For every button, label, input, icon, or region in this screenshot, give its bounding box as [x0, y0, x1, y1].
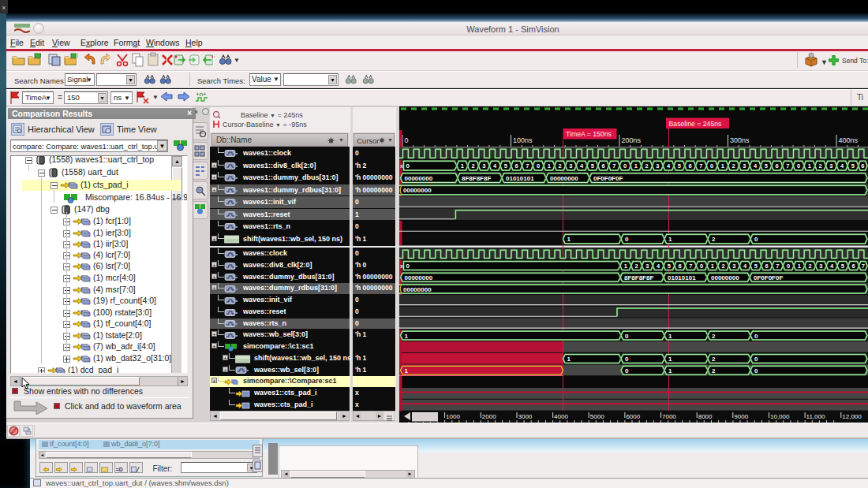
svg-text:1: 1 [668, 236, 672, 243]
svg-text:10,000: 10,000 [770, 413, 790, 420]
svg-text:6: 6 [861, 162, 864, 169]
svg-text:1: 1 [405, 367, 409, 374]
svg-text:5: 5 [668, 263, 671, 270]
svg-text:00000000: 00000000 [405, 175, 433, 182]
svg-text:7: 7 [526, 162, 529, 169]
svg-text:11,000: 11,000 [806, 413, 825, 420]
svg-text:0: 0 [625, 333, 629, 340]
svg-text:0: 0 [406, 162, 410, 169]
svg-text:6: 6 [765, 263, 769, 270]
svg-text:1: 1 [721, 162, 724, 169]
svg-text:1: 1 [461, 162, 464, 169]
svg-text:4000: 4000 [554, 413, 568, 420]
svg-text:5: 5 [765, 162, 768, 169]
svg-text:6: 6 [679, 263, 682, 270]
svg-text:6: 6 [776, 162, 779, 169]
svg-text:0: 0 [625, 236, 629, 243]
svg-text:2: 2 [712, 367, 716, 374]
svg-text:0: 0 [700, 263, 703, 270]
svg-text:2: 2 [732, 162, 735, 169]
svg-text:200ns: 200ns [622, 136, 642, 144]
svg-text:1000: 1000 [446, 413, 460, 420]
svg-text:0: 0 [754, 333, 758, 340]
svg-text:2: 2 [645, 162, 649, 169]
svg-text:2: 2 [559, 162, 562, 169]
svg-text:1: 1 [624, 263, 627, 270]
svg-text:3: 3 [732, 263, 735, 270]
svg-text:2: 2 [635, 263, 638, 270]
svg-text:3: 3 [569, 162, 572, 169]
svg-text:01010101: 01010101 [506, 175, 534, 182]
svg-text:8000: 8000 [698, 413, 713, 420]
svg-text:6: 6 [515, 162, 518, 169]
svg-text:1: 1 [808, 162, 811, 169]
svg-text:2: 2 [819, 162, 822, 169]
svg-text:1: 1 [668, 356, 672, 363]
svg-text:0F0F0F0F: 0F0F0F0F [593, 175, 623, 182]
svg-text:12,000: 12,000 [842, 413, 862, 420]
svg-text:5: 5 [591, 162, 594, 169]
svg-text:1: 1 [798, 263, 801, 270]
svg-text:0: 0 [754, 236, 758, 243]
svg-text:8F8F8F8F: 8F8F8F8F [462, 175, 491, 182]
svg-text:+n+: +n+ [196, 91, 207, 98]
svg-text:3: 3 [819, 263, 822, 270]
svg-text:1: 1 [548, 162, 551, 169]
svg-text:7: 7 [689, 263, 692, 270]
svg-text:9000: 9000 [734, 413, 748, 420]
svg-text:00000000: 00000000 [711, 274, 739, 281]
svg-text:3: 3 [829, 162, 832, 169]
svg-text:6: 6 [852, 263, 855, 270]
svg-text:00000000: 00000000 [550, 175, 578, 182]
svg-text:6: 6 [602, 162, 605, 169]
svg-text:0: 0 [625, 367, 629, 374]
svg-text:7: 7 [612, 162, 615, 169]
svg-text:0: 0 [710, 162, 713, 169]
svg-text:1: 1 [711, 263, 714, 270]
svg-text:0: 0 [406, 263, 410, 270]
svg-text:3000: 3000 [518, 413, 533, 420]
svg-text:7: 7 [862, 263, 865, 270]
svg-text:5: 5 [841, 263, 844, 270]
svg-text:6: 6 [689, 162, 692, 169]
svg-text:2000: 2000 [482, 413, 496, 420]
svg-text:5000: 5000 [590, 413, 604, 420]
svg-text:2: 2 [809, 263, 812, 270]
svg-text:0: 0 [754, 367, 758, 374]
svg-text:1: 1 [405, 333, 409, 340]
svg-text:2: 2 [712, 333, 716, 340]
svg-text:7: 7 [776, 263, 779, 270]
svg-text:0: 0 [787, 263, 790, 270]
svg-text:2: 2 [712, 356, 716, 363]
svg-text:1: 1 [634, 162, 638, 169]
svg-text:0: 0 [625, 356, 629, 363]
svg-text:00000000: 00000000 [403, 187, 432, 194]
svg-text:0: 0 [623, 162, 627, 169]
svg-text:1: 1 [567, 356, 571, 363]
svg-text:1: 1 [567, 236, 571, 243]
svg-text:TimeA = 150ns: TimeA = 150ns [566, 130, 612, 138]
svg-text:2: 2 [722, 263, 725, 270]
svg-text:1: 1 [668, 333, 672, 340]
svg-text:3: 3 [656, 162, 659, 169]
svg-text:300ns: 300ns [730, 136, 750, 144]
svg-text:5: 5 [678, 162, 681, 169]
svg-text:0: 0 [405, 136, 409, 144]
svg-text:8F8F8F8F: 8F8F8F8F [624, 274, 653, 281]
svg-text:0: 0 [754, 356, 758, 363]
svg-text:7: 7 [699, 162, 702, 169]
svg-text:=D: =D [116, 467, 123, 472]
svg-text:0: 0 [797, 162, 800, 169]
svg-text:6000: 6000 [626, 413, 640, 420]
svg-text:2: 2 [712, 236, 716, 243]
svg-text:7000: 7000 [662, 413, 676, 420]
svg-text:400ns: 400ns [839, 136, 859, 144]
svg-text:5: 5 [754, 263, 758, 270]
svg-text:100ns: 100ns [513, 136, 533, 144]
svg-text:2: 2 [472, 162, 475, 169]
svg-text:01010101: 01010101 [668, 274, 696, 281]
svg-text:5: 5 [851, 162, 855, 169]
svg-text:0: 0 [537, 162, 540, 169]
svg-text:0F0F0F0F: 0F0F0F0F [754, 274, 783, 281]
svg-text:3: 3 [482, 162, 485, 169]
